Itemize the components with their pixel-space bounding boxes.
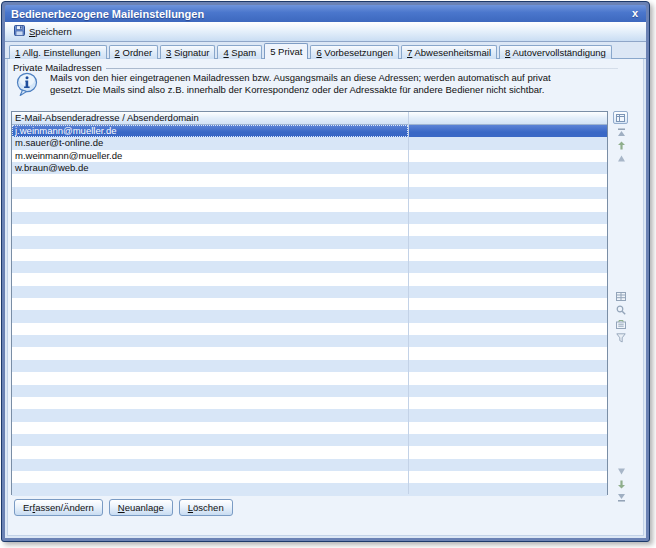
group-divider [106,68,618,69]
scroll-down-icon[interactable] [615,466,627,477]
email-address-label: w.braun@web.de [15,162,89,173]
dialog-window: Bedienerbezogene Maileinstellungen x Spe… [1,1,650,542]
table-row[interactable] [12,446,607,458]
table-row[interactable] [12,224,607,236]
scroll-first-icon[interactable] [615,127,627,138]
grid-view-icon[interactable] [615,291,627,302]
scroll-up-icon[interactable] [615,153,627,164]
info-text-line2: gesetzt. Die Mails sind also z.B. innerh… [50,84,551,96]
table-row[interactable] [12,174,607,186]
save-icon [14,25,25,38]
tab-page-area: 1 Allg. Einstellungen2 Ordner3 Signatur4… [5,42,646,538]
email-address-label: m.weinmann@mueller.de [15,150,122,161]
table-row[interactable] [12,422,607,434]
table-row[interactable] [12,236,607,248]
table-row[interactable] [12,286,607,298]
table-row[interactable] [12,459,607,471]
tab-7[interactable]: 7 Abwesenheitsmail [401,45,497,59]
table-row[interactable] [12,323,607,335]
close-icon[interactable]: x [630,8,640,19]
email-address-label: m.sauer@t-online.de [15,137,103,148]
screen: Bedienerbezogene Maileinstellungen x Spe… [0,0,656,548]
window-title: Bedienerbezogene Maileinstellungen [11,8,204,20]
titlebar: Bedienerbezogene Maileinstellungen x [5,5,646,22]
table-row[interactable] [12,335,607,347]
tab-6[interactable]: 6 Vorbesetzungen [310,45,399,59]
tab-2[interactable]: 2 Ordner [109,45,159,59]
search-icon[interactable] [615,304,627,315]
action-button-row: Erfassen/ÄndernNeuanlageLöschen [14,499,233,516]
email-grid: E-Mail-Absenderadresse / Absenderdomain … [11,111,608,495]
tab-4[interactable]: 4 Spam [217,45,262,59]
info-text-line1: Mails von den hier eingetragenen Mailadr… [50,72,551,84]
info-icon [16,72,38,97]
table-row[interactable] [12,434,607,446]
scroll-page-up-icon[interactable] [615,140,627,151]
table-row[interactable] [12,360,607,372]
table-row[interactable] [12,187,607,199]
tab-strip: 1 Allg. Einstellungen2 Ordner3 Signatur4… [9,44,612,59]
table-row[interactable] [12,372,607,384]
scroll-page-down-icon[interactable] [615,479,627,490]
email-address-label: j.weinmann@mueller.de [15,125,117,136]
table-row[interactable] [12,199,607,211]
delete-button[interactable]: Löschen [179,499,233,516]
table-row[interactable] [12,483,607,495]
table-row[interactable] [12,273,607,285]
export-icon[interactable] [615,319,627,330]
tab-8[interactable]: 8 Autovervollständigung [499,45,612,59]
table-row[interactable]: j.weinmann@mueller.de [12,125,607,137]
grid-side-toolbar [610,111,632,495]
table-row[interactable] [12,212,607,224]
table-row[interactable]: m.sauer@t-online.de [12,137,607,149]
column-options-button[interactable] [613,111,628,124]
table-row[interactable] [12,471,607,483]
grid-column-header[interactable]: E-Mail-Absenderadresse / Absenderdomain [12,112,607,125]
tab-page-privat: Private Mailadressen [7,59,644,536]
grid-column-divider [408,112,409,494]
tab-3[interactable]: 3 Signatur [160,45,215,59]
grid-rows: j.weinmann@mueller.dem.sauer@t-online.de… [12,125,607,494]
table-row[interactable] [12,397,607,409]
edit-button[interactable]: Erfassen/Ändern [14,499,103,516]
table-row[interactable] [12,347,607,359]
filter-icon[interactable] [615,332,627,343]
scroll-last-icon[interactable] [615,492,627,503]
toolbar: Speichern [5,22,646,42]
info-text: Mails von den hier eingetragenen Mailadr… [50,72,551,96]
new-button[interactable]: Neuanlage [109,499,173,516]
table-row[interactable]: w.braun@web.de [12,162,607,174]
table-row[interactable] [12,249,607,261]
save-label: Speichern [29,26,72,37]
table-row[interactable]: m.weinmann@mueller.de [12,150,607,162]
tab-5[interactable]: 5 Privat [264,43,308,59]
grid-options-icon [616,114,625,122]
table-row[interactable] [12,409,607,421]
tab-1[interactable]: 1 Allg. Einstellungen [9,45,107,59]
save-button[interactable]: Speichern [10,23,78,41]
table-row[interactable] [12,261,607,273]
table-row[interactable] [12,385,607,397]
table-row[interactable] [12,310,607,322]
table-row[interactable] [12,298,607,310]
